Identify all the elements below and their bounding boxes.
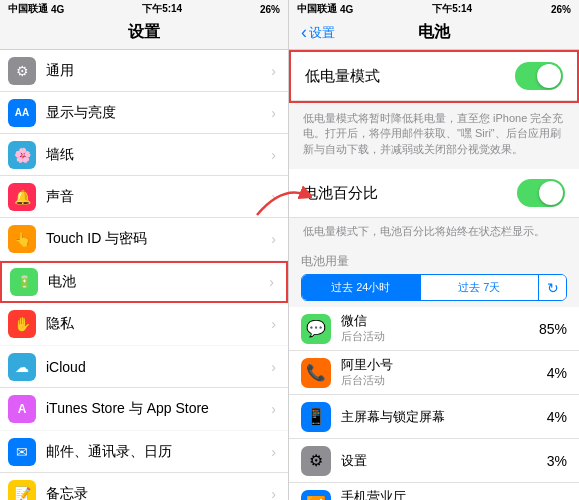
- settings-title: 设置: [128, 23, 160, 40]
- right-status-battery: 26%: [551, 4, 571, 15]
- touch-icon: 👆: [8, 225, 36, 253]
- notes-label: 备忘录: [46, 485, 271, 501]
- low-power-section: 低电量模式: [289, 50, 579, 103]
- settings-item-privacy[interactable]: ✋ 隐私 ›: [0, 303, 288, 345]
- wallpaper-chevron: ›: [271, 147, 276, 163]
- right-status-time: 下午5:14: [432, 2, 472, 16]
- right-status-bar: 中国联通 4G 下午5:14 26%: [289, 0, 579, 18]
- wechat-sub: 后台活动: [341, 329, 539, 344]
- network-text: 4G: [51, 4, 64, 15]
- back-button[interactable]: ‹ 设置: [301, 22, 335, 43]
- settings-section-4: ✉ 邮件、通讯录、日历 › 📝 备忘录 › 📋 提醒事项 ›: [0, 431, 288, 500]
- settings-app-name: 设置: [341, 453, 547, 469]
- display-icon: AA: [8, 99, 36, 127]
- app-item-ali: 📞 阿里小号 后台活动 4%: [289, 351, 579, 395]
- mail-label: 邮件、通讯录、日历: [46, 443, 271, 461]
- wechat-pct: 85%: [539, 321, 567, 337]
- settings-app-icon: ⚙: [301, 446, 331, 476]
- app-item-homescreen: 📱 主屏幕与锁定屏幕 4%: [289, 395, 579, 439]
- battery-page-title: 电池: [418, 22, 450, 43]
- settings-list: ⚙ 通用 › AA 显示与亮度 › 🌸 墙纸 › 🔔 声音 ›: [0, 50, 288, 500]
- wallpaper-icon: 🌸: [8, 141, 36, 169]
- right-status-carrier: 中国联通 4G: [297, 2, 353, 16]
- homescreen-name: 主屏幕与锁定屏幕: [341, 409, 547, 425]
- carrier-name: 手机营业厅: [341, 489, 547, 500]
- settings-item-itunes[interactable]: A iTunes Store 与 App Store ›: [0, 388, 288, 430]
- homescreen-info: 主屏幕与锁定屏幕: [341, 409, 547, 425]
- app-item-carrier: 📶 手机营业厅 后台活动 2%: [289, 483, 579, 500]
- privacy-icon: ✋: [8, 310, 36, 338]
- battery-percent-row: 电池百分比: [289, 169, 579, 218]
- settings-item-wallpaper[interactable]: 🌸 墙纸 ›: [0, 134, 288, 176]
- settings-item-icloud[interactable]: ☁ iCloud ›: [0, 346, 288, 388]
- privacy-chevron: ›: [271, 316, 276, 332]
- homescreen-pct: 4%: [547, 409, 567, 425]
- low-power-toggle[interactable]: [515, 62, 563, 90]
- app-item-settings: ⚙ 设置 3%: [289, 439, 579, 483]
- carrier-icon: 📶: [301, 490, 331, 500]
- display-label: 显示与亮度: [46, 104, 271, 122]
- status-carrier: 中国联通 4G: [8, 2, 64, 16]
- settings-item-sound[interactable]: 🔔 声音 ›: [0, 176, 288, 218]
- settings-item-mail[interactable]: ✉ 邮件、通讯录、日历 ›: [0, 431, 288, 473]
- refresh-icon[interactable]: ↻: [538, 275, 566, 300]
- ali-info: 阿里小号 后台活动: [341, 357, 547, 388]
- icloud-icon: ☁: [8, 353, 36, 381]
- settings-app-info: 设置: [341, 453, 547, 469]
- settings-panel: 中国联通 4G 下午5:14 26% 设置 ⚙ 通用 › AA 显示与亮度 ›: [0, 0, 289, 500]
- carrier-info: 手机营业厅 后台活动: [341, 489, 547, 500]
- tab-7d[interactable]: 过去 7天: [420, 275, 539, 300]
- icloud-chevron: ›: [271, 359, 276, 375]
- tab-24h[interactable]: 过去 24小时: [302, 275, 420, 300]
- wechat-icon: 💬: [301, 314, 331, 344]
- settings-app-pct: 3%: [547, 453, 567, 469]
- low-power-row: 低电量模式: [291, 52, 577, 101]
- privacy-label: 隐私: [46, 315, 271, 333]
- display-chevron: ›: [271, 105, 276, 121]
- battery-panel: 中国联通 4G 下午5:14 26% ‹ 设置 电池 低电量模式 低电量模式将暂…: [289, 0, 579, 500]
- battery-label: 电池: [48, 273, 269, 291]
- settings-item-notes[interactable]: 📝 备忘录 ›: [0, 473, 288, 500]
- wechat-info: 微信 后台活动: [341, 313, 539, 344]
- settings-item-display[interactable]: AA 显示与亮度 ›: [0, 92, 288, 134]
- battery-content: 低电量模式 低电量模式将暂时降低耗电量，直至您 iPhone 完全充电。打开后，…: [289, 50, 579, 500]
- battery-nav-bar: ‹ 设置 电池: [289, 18, 579, 50]
- settings-item-general[interactable]: ⚙ 通用 ›: [0, 50, 288, 92]
- sound-label: 声音: [46, 188, 271, 206]
- battery-chevron: ›: [269, 274, 274, 290]
- settings-nav-bar: 设置: [0, 18, 288, 50]
- itunes-icon: A: [8, 395, 36, 423]
- settings-section-2: 🔋 电池 › ✋ 隐私 ›: [0, 261, 288, 345]
- battery-percent-section: 电池百分比: [289, 169, 579, 218]
- right-network-text: 4G: [340, 4, 353, 15]
- general-label: 通用: [46, 62, 271, 80]
- carrier-text: 中国联通: [8, 2, 48, 16]
- right-carrier-text: 中国联通: [297, 2, 337, 16]
- ali-name: 阿里小号: [341, 357, 547, 373]
- battery-percent-description: 低电量模式下，电池百分比将始终在状态栏显示。: [289, 218, 579, 249]
- settings-item-touch[interactable]: 👆 Touch ID 与密码 ›: [0, 218, 288, 260]
- wallpaper-label: 墙纸: [46, 146, 271, 164]
- battery-percent-toggle[interactable]: [517, 179, 565, 207]
- notes-icon: 📝: [8, 480, 36, 501]
- touch-label: Touch ID 与密码: [46, 230, 271, 248]
- status-battery: 26%: [260, 4, 280, 15]
- settings-item-battery[interactable]: 🔋 电池 ›: [0, 261, 288, 303]
- mail-icon: ✉: [8, 438, 36, 466]
- notes-chevron: ›: [271, 486, 276, 501]
- low-power-description: 低电量模式将暂时降低耗电量，直至您 iPhone 完全充电。打开后，将停用邮件获…: [289, 103, 579, 169]
- ali-pct: 4%: [547, 365, 567, 381]
- itunes-label: iTunes Store 与 App Store: [46, 400, 271, 418]
- touch-chevron: ›: [271, 231, 276, 247]
- status-time: 下午5:14: [142, 2, 182, 16]
- settings-section-3: ☁ iCloud › A iTunes Store 与 App Store ›: [0, 346, 288, 430]
- app-usage-list: 💬 微信 后台活动 85% 📞 阿里小号 后台活动 4% 📱 主屏幕与锁定屏幕: [289, 307, 579, 500]
- back-chevron-icon: ‹: [301, 22, 307, 43]
- battery-percent-label: 电池百分比: [303, 184, 378, 203]
- usage-label: 电池用量: [289, 249, 579, 274]
- settings-section-1: ⚙ 通用 › AA 显示与亮度 › 🌸 墙纸 › 🔔 声音 ›: [0, 50, 288, 260]
- sound-chevron: ›: [271, 189, 276, 205]
- sound-icon: 🔔: [8, 183, 36, 211]
- general-chevron: ›: [271, 63, 276, 79]
- mail-chevron: ›: [271, 444, 276, 460]
